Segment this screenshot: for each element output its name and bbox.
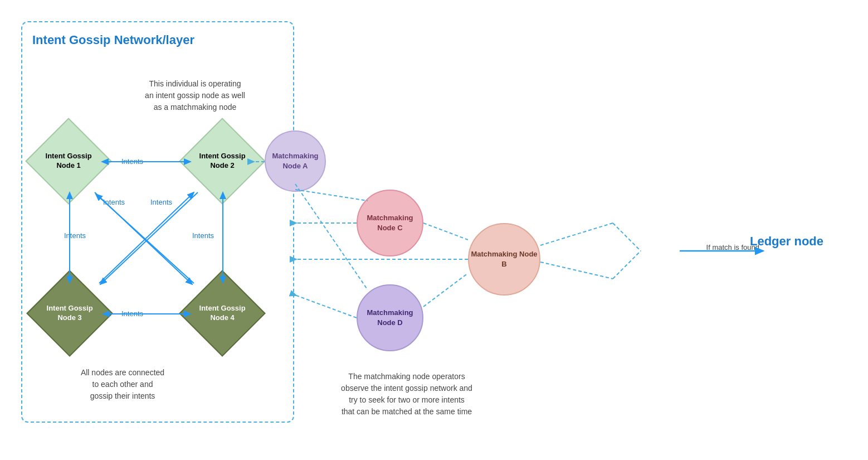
matchmaking-node-a: Matchmaking Node A [265, 130, 326, 192]
annotation-top: This individual is operatingan intent go… [128, 78, 262, 113]
matchmaking-node-c: Matchmaking Node C [357, 190, 423, 256]
intents-label-3-4: Intents [121, 309, 143, 318]
annotation-matchmaking-bottom: The matchmaking node operatorsobserve th… [312, 371, 501, 418]
matchmaking-node-b: Matchmaking Node B [468, 223, 540, 296]
intents-label-1-2: Intents [121, 157, 143, 166]
matchmaking-node-d: Matchmaking Node D [357, 284, 423, 351]
gossip-network-title: Intent Gossip Network/layer [32, 32, 194, 49]
dashed-a-c [295, 190, 368, 201]
dashed-bot-converge [613, 251, 641, 279]
diagram-container: Intent Gossip Network/layer This individ… [0, 0, 868, 460]
dashed-d-to-box [296, 296, 357, 318]
dashed-b-bot-right [540, 262, 613, 279]
dashed-d-b [423, 273, 468, 307]
intents-label-1-3: Intents [64, 231, 86, 240]
dashed-a-d [295, 184, 368, 290]
ledger-node-label: Ledger node [750, 234, 823, 249]
intents-label-diag1: Intents [103, 198, 125, 206]
annotation-gossip-bottom: All nodes are connectedto each other and… [45, 367, 201, 402]
dashed-b-top-right [540, 223, 613, 245]
dashed-top-converge [613, 223, 641, 251]
dashed-c-b [423, 223, 468, 240]
intents-label-2-4: Intents [192, 231, 214, 240]
intents-label-diag2: Intents [150, 198, 172, 206]
